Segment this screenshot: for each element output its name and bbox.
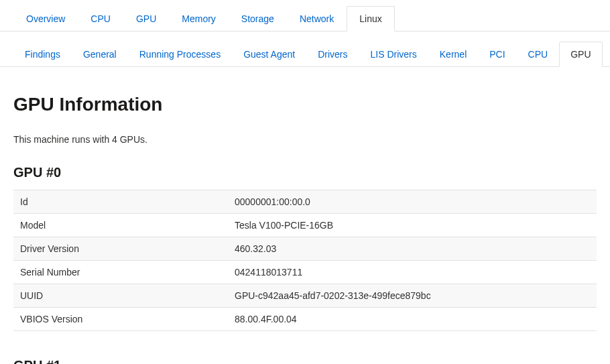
gpu0-heading: GPU #0 (13, 165, 597, 180)
table-row: Id 00000001:00:00.0 (13, 190, 597, 214)
table-row: UUID GPU-c942aa45-afd7-0202-313e-499fece… (13, 284, 597, 308)
row-value: 0424118013711 (228, 261, 597, 284)
subtab-cpu[interactable]: CPU (517, 42, 560, 67)
gpu0-table: Id 00000001:00:00.0 Model Tesla V100-PCI… (13, 190, 597, 331)
row-label: Id (13, 190, 228, 214)
subtab-general[interactable]: General (72, 42, 128, 67)
subtab-pci[interactable]: PCI (478, 42, 516, 67)
page-title: GPU Information (13, 94, 597, 115)
row-label: Driver Version (13, 237, 228, 261)
row-value: GPU-c942aa45-afd7-0202-313e-499fece879bc (228, 284, 597, 308)
row-label: UUID (13, 284, 228, 308)
primary-tabs: Overview CPU GPU Memory Storage Network … (0, 0, 610, 32)
table-row: VBIOS Version 88.00.4F.00.04 (13, 308, 597, 331)
content-area: GPU Information This machine runs with 4… (0, 67, 610, 364)
table-row: Serial Number 0424118013711 (13, 261, 597, 284)
subtab-kernel[interactable]: Kernel (428, 42, 478, 67)
tab-storage[interactable]: Storage (229, 6, 287, 32)
tab-overview[interactable]: Overview (13, 6, 78, 32)
secondary-tabs: Findings General Running Processes Guest… (0, 32, 610, 67)
gpu1-heading: GPU #1 (13, 358, 597, 364)
subtab-running-processes[interactable]: Running Processes (128, 42, 232, 67)
row-label: Model (13, 214, 228, 237)
row-value: 460.32.03 (228, 237, 597, 261)
table-row: Model Tesla V100-PCIE-16GB (13, 214, 597, 237)
row-label: Serial Number (13, 261, 228, 284)
tab-memory[interactable]: Memory (169, 6, 229, 32)
subtab-drivers[interactable]: Drivers (306, 42, 359, 67)
subtab-lis-drivers[interactable]: LIS Drivers (359, 42, 428, 67)
table-row: Driver Version 460.32.03 (13, 237, 597, 261)
tab-gpu[interactable]: GPU (123, 6, 169, 32)
row-value: 88.00.4F.00.04 (228, 308, 597, 331)
row-value: Tesla V100-PCIE-16GB (228, 214, 597, 237)
subtab-findings[interactable]: Findings (13, 42, 72, 67)
row-label: VBIOS Version (13, 308, 228, 331)
subtab-guest-agent[interactable]: Guest Agent (232, 42, 306, 67)
tab-cpu[interactable]: CPU (78, 6, 123, 32)
row-value: 00000001:00:00.0 (228, 190, 597, 214)
tab-network[interactable]: Network (287, 6, 347, 32)
page-subtitle: This machine runs with 4 GPUs. (13, 134, 597, 145)
tab-linux[interactable]: Linux (347, 6, 394, 32)
subtab-gpu[interactable]: GPU (559, 42, 602, 67)
